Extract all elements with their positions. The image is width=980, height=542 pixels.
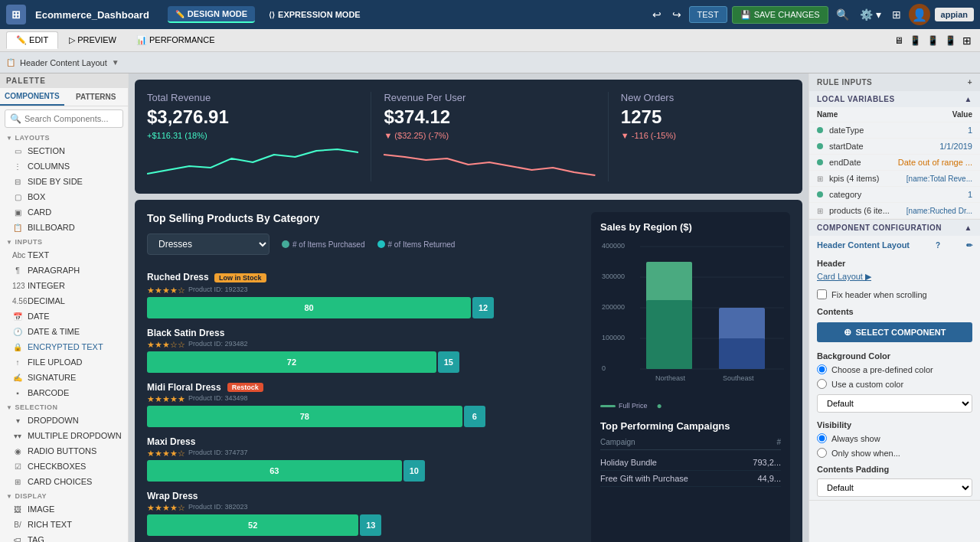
plus-icon: ⊕	[844, 327, 851, 338]
settings-btn[interactable]: ⚙️ ▾	[857, 5, 884, 24]
preview-tab[interactable]: ▷ PREVIEW	[60, 32, 126, 48]
radio-custom-input[interactable]	[817, 379, 827, 389]
palette-barcode[interactable]: ▪BARCODE	[0, 385, 128, 400]
palette-card[interactable]: ▣CARD	[0, 204, 128, 220]
category-select[interactable]: Dresses Tops Shoes Accessories	[147, 233, 270, 255]
contents-padding-select[interactable]: Default	[817, 478, 972, 497]
palette-integer[interactable]: 123INTEGER	[0, 278, 128, 293]
lv-startDate: startDate 1/1/2019	[809, 139, 980, 155]
total-revenue-value: $3,276.91	[147, 106, 358, 128]
layouts-section-header: ▼ LAYOUTS	[0, 131, 128, 143]
palette-radio[interactable]: ◉RADIO BUTTONS	[0, 443, 128, 459]
edit-bar: ✏️ EDIT ▷ PREVIEW 📊 PERFORMANCE 🖥 📱 📱 📱 …	[0, 29, 980, 52]
redo-btn[interactable]: ↪	[669, 5, 684, 24]
expand-products-icon[interactable]: ⊞	[817, 207, 823, 215]
performance-tab[interactable]: 📊 PERFORMANCE	[127, 32, 224, 48]
legend-purchased-dot	[282, 240, 289, 248]
radio-conditional-input[interactable]	[817, 448, 827, 458]
component-config-header[interactable]: COMPONENT CONFIGURATION ▲	[809, 220, 980, 236]
campaigns: Top Performing Campaigns Campaign # Holi…	[600, 420, 781, 487]
lv-dateType: dateType 1	[809, 122, 980, 139]
save-btn[interactable]: 💾 SAVE CHANGES	[732, 6, 828, 24]
product-info-1: Ruched Dress Low in Stock	[147, 272, 579, 282]
palette-signature[interactable]: ✍SIGNATURE	[0, 370, 128, 385]
palette-section[interactable]: ▭SECTION	[0, 143, 128, 158]
expression-mode-btn[interactable]: ⟨⟩ EXPRESSION MODE	[261, 7, 368, 22]
small-mobile-btn[interactable]: 📱	[942, 32, 959, 49]
palette-box[interactable]: ▢BOX	[0, 189, 128, 204]
expand-btn[interactable]: ⊞	[960, 32, 974, 49]
palette-checkboxes[interactable]: ☑CHECKBOXES	[0, 459, 128, 474]
edit-config-icon[interactable]: ✏	[966, 241, 972, 250]
total-revenue-card: Total Revenue $3,276.91 +$116.31 (18%)	[147, 92, 358, 181]
palette-paragraph[interactable]: ¶PARAGRAPH	[0, 263, 128, 278]
revenue-per-user-chart	[384, 143, 595, 181]
palette-rich-text[interactable]: B/RICH TEXT	[0, 517, 128, 532]
fix-header-checkbox[interactable]	[817, 289, 827, 299]
bg-color-select[interactable]: Default	[817, 394, 972, 413]
palette-text[interactable]: AbcTEXT	[0, 247, 128, 263]
undo-btn[interactable]: ↩	[649, 5, 665, 24]
component-config-section: COMPONENT CONFIGURATION ▲ Header Content…	[809, 220, 980, 501]
search-btn[interactable]: 🔍	[833, 5, 852, 24]
grid-btn[interactable]: ⊞	[889, 5, 904, 24]
search-input[interactable]	[24, 114, 129, 123]
legend-full-price: Full Price	[600, 400, 648, 411]
radio-predefined-input[interactable]	[817, 364, 827, 374]
card-layout-link[interactable]: Card Layout ▶	[817, 272, 871, 281]
design-mode-btn[interactable]: ✏️ DESIGN MODE	[168, 6, 255, 23]
palette-side-by-side[interactable]: ⊟SIDE BY SIDE	[0, 174, 128, 189]
bar-container-2: 72 15	[147, 351, 579, 373]
radio-conditional-label: Only show when...	[831, 449, 900, 458]
local-variables-section: LOCAL VARIABLES ▲ Name Value dateType 1 …	[809, 91, 980, 220]
desktop-btn[interactable]: 🖥	[892, 32, 906, 49]
palette-image[interactable]: 🖼IMAGE	[0, 501, 128, 517]
radio-always-show-input[interactable]	[817, 433, 827, 443]
collapse-icon: ▲	[965, 95, 972, 103]
right-panel: RULE INPUTS + LOCAL VARIABLES ▲ Name Val…	[808, 73, 980, 542]
lv-startDate-dot	[817, 143, 823, 149]
svg-text:400000: 400000	[602, 242, 625, 250]
bar-secondary-1: 12	[472, 297, 494, 318]
bar-container-3: 78 6	[147, 406, 579, 427]
palette-card-choices[interactable]: ⊞CARD CHOICES	[0, 474, 128, 489]
edit-tab[interactable]: ✏️ EDIT	[6, 31, 58, 49]
campaigns-title: Top Performing Campaigns	[600, 420, 781, 432]
palette-date-time[interactable]: 🕐DATE & TIME	[0, 324, 128, 339]
lv-category: category 1	[809, 187, 980, 203]
palette-file-upload[interactable]: ↑FILE UPLOAD	[0, 354, 128, 370]
tablet-btn[interactable]: 📱	[907, 32, 923, 49]
palette-encrypted-text[interactable]: 🔒ENCRYPTED TEXT	[0, 339, 128, 354]
badge-low-stock: Low in Stock	[214, 273, 266, 282]
divider-1	[371, 92, 371, 181]
bar-secondary-4: 10	[403, 460, 425, 482]
local-variables-header[interactable]: LOCAL VARIABLES ▲	[809, 91, 980, 107]
breadcrumb-icon: 📋	[6, 58, 15, 67]
expand-kpis-icon[interactable]: ⊞	[817, 175, 823, 183]
palette-multi-dropdown[interactable]: ▾▾MULTIPLE DROPDOWN	[0, 428, 128, 443]
expand-rule-inputs-icon[interactable]: +	[968, 78, 972, 87]
total-revenue-title: Total Revenue	[147, 92, 358, 103]
bar-container-5: 52 13	[147, 514, 579, 536]
test-btn[interactable]: TEST	[689, 6, 727, 23]
select-component-btn[interactable]: ⊕ SELECT COMPONENT	[817, 322, 972, 342]
expression-mode-icon: ⟨⟩	[269, 11, 275, 19]
campaigns-header: Campaign #	[600, 438, 781, 450]
palette-dropdown[interactable]: ▾DROPDOWN	[0, 413, 128, 428]
main-layout: PALETTE COMPONENTS PATTERNS 🔍 ▼ LAYOUTS …	[0, 73, 980, 542]
help-icon[interactable]: ?	[936, 241, 940, 250]
lv-endDate-dot	[817, 159, 823, 165]
divider-2	[608, 92, 609, 181]
product-row-5: Wrap Dress ★★★★☆ Product ID: 382023 52 1…	[147, 491, 579, 536]
display-section-header: ▼ DISPLAY	[0, 489, 128, 501]
palette-tag[interactable]: 🏷TAG	[0, 532, 128, 542]
palette-decimal[interactable]: 4.56DECIMAL	[0, 293, 128, 309]
chart-legend: # of Items Purchased # of Items Returned	[282, 240, 455, 249]
breadcrumb-arrow[interactable]: ▼	[112, 58, 119, 67]
palette-date[interactable]: 📅DATE	[0, 309, 128, 324]
palette-columns[interactable]: ⋮COLUMNS	[0, 158, 128, 174]
patterns-tab[interactable]: PATTERNS	[64, 88, 129, 106]
palette-billboard[interactable]: 📋BILLBOARD	[0, 220, 128, 235]
components-tab[interactable]: COMPONENTS	[0, 88, 64, 106]
mobile-btn[interactable]: 📱	[925, 32, 941, 49]
